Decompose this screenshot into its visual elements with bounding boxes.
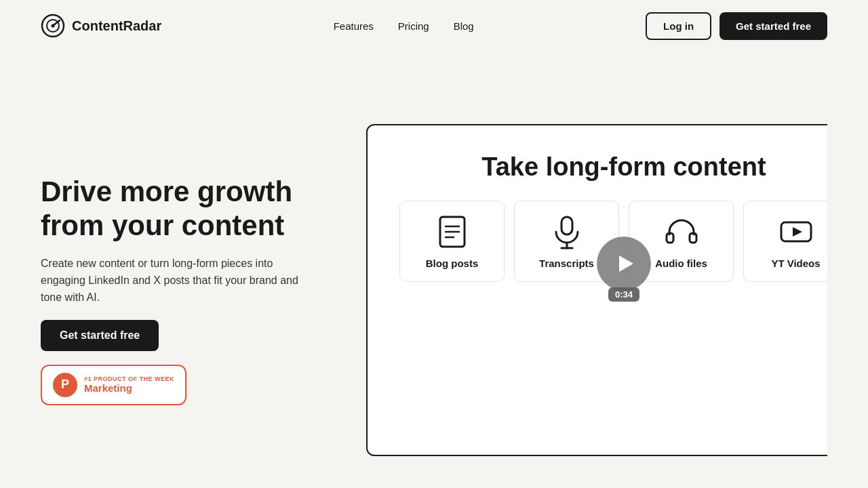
blog-icon bbox=[435, 214, 470, 249]
svg-point-2 bbox=[52, 24, 55, 28]
svg-marker-10 bbox=[619, 256, 633, 272]
video-time: 0:34 bbox=[608, 287, 639, 302]
nav-features[interactable]: Features bbox=[334, 20, 374, 32]
nav-pricing[interactable]: Pricing bbox=[398, 20, 429, 32]
hero-title: Drive more growthfrom your content bbox=[41, 175, 326, 242]
get-started-button[interactable]: Get started free bbox=[719, 12, 827, 40]
mic-icon bbox=[549, 214, 585, 249]
hero-cta-button[interactable]: Get started free bbox=[41, 320, 159, 351]
logo[interactable]: ContentRadar bbox=[41, 14, 161, 38]
content-types-row: Blog posts Transcripts bbox=[399, 201, 827, 282]
product-hunt-badge[interactable]: P #1 Product of the Week Marketing bbox=[41, 365, 186, 405]
play-button[interactable] bbox=[597, 237, 651, 291]
headphone-icon bbox=[664, 214, 699, 249]
login-button[interactable]: Log in bbox=[646, 12, 711, 40]
content-type-blog: Blog posts bbox=[399, 201, 505, 282]
nav-actions: Log in Get started free bbox=[646, 12, 827, 40]
svg-marker-14 bbox=[793, 227, 802, 237]
hero-subtitle: Create new content or turn long-form pie… bbox=[41, 256, 298, 306]
hero-right: Take long-form content Blog posts bbox=[366, 124, 827, 456]
blog-label: Blog posts bbox=[426, 258, 479, 269]
yt-label: YT Videos bbox=[771, 258, 820, 269]
video-frame: Take long-form content Blog posts bbox=[366, 124, 827, 456]
youtube-icon bbox=[778, 214, 814, 249]
product-hunt-icon: P bbox=[53, 373, 77, 397]
content-type-yt: YT Videos bbox=[743, 201, 827, 282]
video-frame-title: Take long-form content bbox=[481, 152, 766, 182]
navbar: ContentRadar Features Pricing Blog Log i… bbox=[0, 0, 868, 52]
nav-links: Features Pricing Blog bbox=[334, 20, 474, 32]
svg-rect-7 bbox=[561, 217, 572, 235]
transcripts-label: Transcripts bbox=[539, 258, 594, 269]
audio-label: Audio files bbox=[655, 258, 707, 269]
badge-category: Marketing bbox=[84, 382, 174, 394]
badge-text: #1 Product of the Week Marketing bbox=[84, 375, 174, 394]
nav-blog[interactable]: Blog bbox=[454, 20, 474, 32]
badge-top-text: #1 Product of the Week bbox=[84, 375, 174, 382]
radar-icon bbox=[41, 14, 65, 38]
hero-section: Drive more growthfrom your content Creat… bbox=[0, 52, 868, 488]
video-overlay[interactable]: 0:34 bbox=[597, 237, 651, 291]
play-icon bbox=[614, 253, 636, 274]
hero-left: Drive more growthfrom your content Creat… bbox=[41, 175, 326, 405]
brand-name: ContentRadar bbox=[72, 18, 161, 34]
